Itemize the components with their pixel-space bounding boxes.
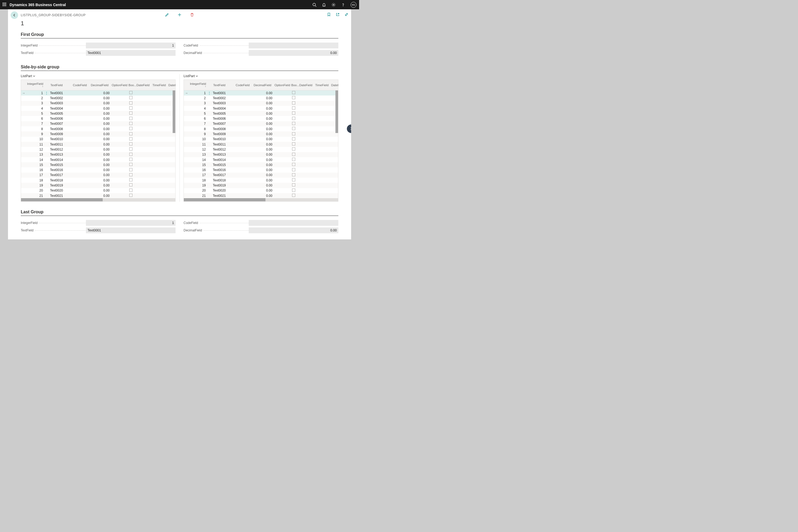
integer-field-input[interactable]: 1: [86, 220, 175, 226]
table-row[interactable]: 7 Text0007 0.00: [21, 121, 175, 126]
cell-bool[interactable]: [128, 153, 136, 157]
col-code[interactable]: CodeField: [71, 80, 88, 90]
col-more[interactable]: DateI: [167, 80, 175, 90]
table-row[interactable]: 5 Text0005 0.00: [21, 111, 175, 116]
cell-bool[interactable]: [290, 147, 299, 151]
settings-icon[interactable]: [331, 3, 336, 7]
text-field-input[interactable]: Text0001: [86, 227, 175, 233]
cell-bool[interactable]: [290, 163, 299, 167]
table-row[interactable]: 16 Text0016 0.00: [184, 167, 338, 172]
row-menu-icon[interactable]: ⋮: [207, 91, 211, 95]
table-row[interactable]: 18 Text0018 0.00: [184, 178, 338, 183]
cell-bool[interactable]: [290, 132, 299, 136]
cell-bool[interactable]: [290, 168, 299, 172]
bookmark-icon[interactable]: [327, 13, 331, 17]
col-text[interactable]: TextField: [49, 80, 71, 90]
table-row[interactable]: 8 Text0008 0.00: [184, 126, 338, 131]
cell-bool[interactable]: [128, 91, 136, 95]
table-row[interactable]: 14 Text0014 0.00: [21, 157, 175, 162]
table-row[interactable]: 10 Text0010 0.00: [184, 137, 338, 142]
cell-bool[interactable]: [128, 132, 136, 136]
horizontal-scrollbar[interactable]: [21, 198, 103, 201]
row-selector-icon[interactable]: →: [184, 91, 189, 95]
table-row[interactable]: 9 Text0009 0.00: [21, 131, 175, 136]
table-row[interactable]: 13 Text0013 0.00: [21, 152, 175, 157]
table-row[interactable]: 6 Text0006 0.00: [21, 116, 175, 121]
cell-bool[interactable]: [290, 107, 299, 110]
cell-bool[interactable]: [290, 183, 299, 187]
decimal-field-input[interactable]: 0.00: [249, 50, 338, 56]
row-selector-icon[interactable]: →: [21, 91, 26, 95]
table-row[interactable]: 21 Text0021 0.00: [21, 193, 175, 198]
cell-bool[interactable]: [290, 189, 299, 193]
col-decimal[interactable]: DecimalField: [251, 80, 273, 90]
decimal-field-input[interactable]: 0.00: [249, 227, 338, 233]
notifications-icon[interactable]: [322, 3, 326, 7]
cell-bool[interactable]: [290, 153, 299, 157]
cell-bool[interactable]: [128, 147, 136, 151]
col-bool[interactable]: Boo...: [290, 80, 298, 90]
table-row[interactable]: 19 Text0019 0.00: [184, 183, 338, 188]
table-row[interactable]: 19 Text0019 0.00: [21, 183, 175, 188]
col-bool[interactable]: Boo...: [127, 80, 135, 90]
table-row[interactable]: 17 Text0017 0.00: [21, 173, 175, 178]
col-more[interactable]: DateI: [329, 80, 338, 90]
table-row[interactable]: 20 Text0020 0.00: [21, 188, 175, 193]
cell-bool[interactable]: [290, 173, 299, 177]
col-time[interactable]: TimeField: [151, 80, 167, 90]
cell-bool[interactable]: [128, 194, 136, 198]
table-row[interactable]: → 1 ⋮ Text0001 0.00: [21, 91, 175, 95]
table-row[interactable]: 18 Text0018 0.00: [21, 178, 175, 183]
cell-bool[interactable]: [290, 96, 299, 100]
table-row[interactable]: 17 Text0017 0.00: [184, 173, 338, 178]
code-field-input[interactable]: [249, 220, 338, 226]
cell-bool[interactable]: [290, 127, 299, 131]
integer-field-input[interactable]: 1: [86, 42, 175, 49]
col-code[interactable]: CodeField: [233, 80, 251, 90]
col-integer[interactable]: IntegerField↑: [26, 80, 45, 90]
new-button[interactable]: [177, 13, 182, 18]
code-field-input[interactable]: [249, 42, 338, 49]
cell-bool[interactable]: [290, 142, 299, 146]
cell-bool[interactable]: [128, 158, 136, 162]
horizontal-scrollbar[interactable]: [184, 198, 265, 201]
table-row[interactable]: 3 Text0003 0.00: [184, 101, 338, 106]
col-option[interactable]: OptionField: [110, 80, 127, 90]
col-time[interactable]: TimeField: [314, 80, 329, 90]
search-icon[interactable]: [312, 3, 317, 7]
table-row[interactable]: 15 Text0015 0.00: [184, 162, 338, 167]
cell-bool[interactable]: [128, 122, 136, 126]
delete-button[interactable]: [190, 13, 194, 18]
table-row[interactable]: 9 Text0009 0.00: [184, 131, 338, 136]
col-integer[interactable]: IntegerField↑: [189, 80, 208, 90]
col-option[interactable]: OptionField: [273, 80, 290, 90]
table-row[interactable]: 10 Text0010 0.00: [21, 137, 175, 142]
table-row[interactable]: 8 Text0008 0.00: [21, 126, 175, 131]
popout-icon[interactable]: [336, 13, 340, 17]
cell-bool[interactable]: [128, 111, 136, 115]
cell-bool[interactable]: [290, 137, 299, 141]
vertical-scrollbar[interactable]: [173, 91, 175, 133]
cell-bool[interactable]: [128, 189, 136, 193]
row-menu-icon[interactable]: ⋮: [44, 91, 49, 95]
table-row[interactable]: 20 Text0020 0.00: [184, 188, 338, 193]
table-row[interactable]: 11 Text0011 0.00: [184, 142, 338, 147]
table-row[interactable]: 11 Text0011 0.00: [21, 142, 175, 147]
cell-bool[interactable]: [290, 178, 299, 182]
table-row[interactable]: 15 Text0015 0.00: [21, 162, 175, 167]
edit-button[interactable]: [165, 13, 169, 18]
table-row[interactable]: 4 Text0004 0.00: [21, 106, 175, 111]
table-row[interactable]: 21 Text0021 0.00: [184, 193, 338, 198]
col-date[interactable]: DateField: [135, 80, 151, 90]
table-row[interactable]: 6 Text0006 0.00: [184, 116, 338, 121]
table-row[interactable]: 14 Text0014 0.00: [184, 157, 338, 162]
cell-bool[interactable]: [128, 127, 136, 131]
cell-bool[interactable]: [290, 111, 299, 115]
app-launcher-icon[interactable]: [3, 3, 7, 7]
table-row[interactable]: 12 Text0012 0.00: [21, 147, 175, 152]
collapse-icon[interactable]: [344, 13, 348, 17]
table-row[interactable]: 12 Text0012 0.00: [184, 147, 338, 152]
col-date[interactable]: DateField: [298, 80, 314, 90]
text-field-input[interactable]: Text0001: [86, 50, 175, 56]
cell-bool[interactable]: [128, 117, 136, 121]
